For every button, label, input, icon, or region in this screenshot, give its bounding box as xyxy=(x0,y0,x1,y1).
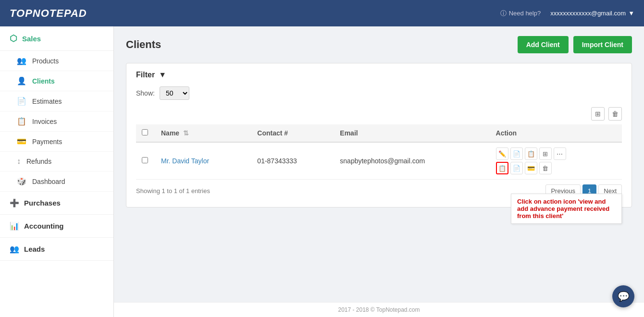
sidebar-group-accounting[interactable]: 📊 Accounting xyxy=(0,215,113,238)
sidebar-item-products[interactable]: 👥 Products xyxy=(0,51,113,71)
sidebar-item-refunds[interactable]: ↕ Refunds xyxy=(0,152,113,171)
table-container: ⊞ 🗑 Name ⇅ xyxy=(136,107,622,200)
col-checkbox xyxy=(136,124,155,142)
row-checkbox-cell xyxy=(136,142,155,180)
showing-text: Showing 1 to 1 of 1 entries xyxy=(136,187,210,195)
refunds-icon: ↕ xyxy=(17,157,21,166)
layout: ⬡ Sales 👥 Products 👤 Clients 📄 Estimates… xyxy=(0,26,644,317)
row-delete-icon[interactable]: 🗑 xyxy=(539,162,552,174)
leads-icon: 👥 xyxy=(10,244,19,254)
col-email: Email xyxy=(334,124,490,142)
sort-icon[interactable]: ⇅ xyxy=(183,129,189,137)
card-icon[interactable]: 💳 xyxy=(525,162,537,174)
dashboard-icon: 🎲 xyxy=(17,177,26,186)
clients-table: Name ⇅ Contact # Email Action xyxy=(136,124,622,180)
table-header-row: Name ⇅ Contact # Email Action xyxy=(136,124,622,142)
page-title: Clients xyxy=(126,38,161,51)
user-menu[interactable]: xxxxxxxxxxxxx@gmail.com ▼ xyxy=(550,10,634,17)
clients-icon: 👤 xyxy=(17,76,26,85)
footer: 2017 - 2018 © TopNotepad.com xyxy=(114,302,644,317)
invoices-icon: 📋 xyxy=(17,117,26,126)
purchases-icon: ➕ xyxy=(10,198,19,207)
edit-icon[interactable]: ✏️ xyxy=(496,147,508,160)
table-top-actions: ⊞ 🗑 xyxy=(136,107,622,121)
sidebar-item-payments[interactable]: 💳 Payments xyxy=(0,132,113,152)
filter-icon: ▼ xyxy=(159,71,166,79)
sidebar-item-dashboard[interactable]: 🎲 Dashboard xyxy=(0,171,113,192)
col-action: Action xyxy=(490,124,622,142)
header-right: ⓘ Need help? xxxxxxxxxxxxx@gmail.com ▼ xyxy=(500,9,634,18)
sidebar-sales-header[interactable]: ⬡ Sales xyxy=(0,26,113,51)
sidebar-item-invoices[interactable]: 📋 Invoices xyxy=(0,111,113,132)
filter-panel: Filter ▼ Show: 50 25 100 ⊞ 🗑 xyxy=(126,63,632,207)
payments-icon: 💳 xyxy=(17,137,26,146)
sidebar-group-purchases[interactable]: ➕ Purchases xyxy=(0,192,113,215)
help-link[interactable]: ⓘ Need help? xyxy=(500,9,541,18)
export-icon[interactable]: ⊞ xyxy=(591,107,605,121)
page-header: Clients Add Client Import Client xyxy=(126,36,632,53)
delete-all-icon[interactable]: 🗑 xyxy=(608,107,622,121)
row-action-cell: ✏️ 📄 📋 ⊞ ⋯ 📋 📄 💳 xyxy=(490,142,622,180)
products-icon: 👥 xyxy=(17,56,26,65)
action-icons: ✏️ 📄 📋 ⊞ ⋯ xyxy=(496,147,616,160)
logo: TopNotepad xyxy=(10,7,87,20)
select-all-checkbox[interactable] xyxy=(142,129,148,135)
filter-row: Show: 50 25 100 xyxy=(136,86,622,100)
tooltip-annotation: Click on action icon 'view and add advan… xyxy=(511,194,622,224)
client-name-link[interactable]: Mr. David Taylor xyxy=(161,157,209,165)
estimates-icon: 📄 xyxy=(17,97,26,106)
help-icon: ⓘ xyxy=(500,9,507,18)
sidebar-group-leads[interactable]: 👥 Leads xyxy=(0,238,113,261)
sales-icon: ⬡ xyxy=(10,33,17,44)
sidebar-item-estimates[interactable]: 📄 Estimates xyxy=(0,91,113,111)
row-contact-cell: 01-87343333 xyxy=(251,142,334,180)
table-row: Mr. David Taylor 01-87343333 snapbytepho… xyxy=(136,142,622,180)
filter-header: Filter ▼ xyxy=(136,71,622,79)
statement-icon[interactable]: 📄 xyxy=(510,162,523,174)
more-icon[interactable]: ⋯ xyxy=(554,147,566,160)
row-checkbox[interactable] xyxy=(142,157,148,163)
add-client-button[interactable]: Add Client xyxy=(518,36,569,53)
sidebar: ⬡ Sales 👥 Products 👤 Clients 📄 Estimates… xyxy=(0,26,114,317)
chevron-down-icon: ▼ xyxy=(628,10,634,17)
action-icons-row2: 📋 📄 💳 🗑 xyxy=(496,162,616,174)
col-name: Name ⇅ xyxy=(155,124,251,142)
grid-icon[interactable]: ⊞ xyxy=(539,147,552,160)
copy-icon[interactable]: 📋 xyxy=(525,147,537,160)
sidebar-item-clients[interactable]: 👤 Clients xyxy=(0,71,113,91)
main-content: Clients Add Client Import Client Filter … xyxy=(114,26,644,317)
header: TopNotepad ⓘ Need help? xxxxxxxxxxxxx@gm… xyxy=(0,0,644,26)
advance-payment-icon[interactable]: 📋 xyxy=(496,162,508,174)
row-name-cell: Mr. David Taylor xyxy=(155,142,251,180)
accounting-icon: 📊 xyxy=(10,221,19,231)
show-select[interactable]: 50 25 100 xyxy=(160,86,189,100)
row-email-cell: snapbytephotos@gmail.com xyxy=(334,142,490,180)
col-contact: Contact # xyxy=(251,124,334,142)
view-doc-icon[interactable]: 📄 xyxy=(510,147,523,160)
chat-bubble[interactable]: 💬 xyxy=(612,285,634,307)
import-client-button[interactable]: Import Client xyxy=(573,36,632,53)
page-header-buttons: Add Client Import Client xyxy=(518,36,632,53)
